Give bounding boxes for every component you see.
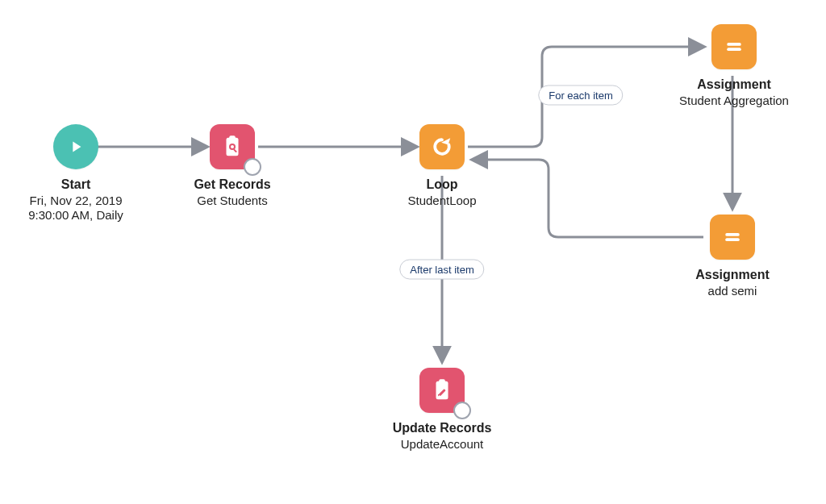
node-title: Assignment — [676, 268, 789, 282]
edge-label-text: After last item — [410, 264, 473, 276]
edge-label-for-each: For each item — [538, 85, 623, 106]
node-sub1: Get Students — [184, 194, 281, 207]
node-loop[interactable]: Loop StudentLoop — [394, 124, 490, 207]
svg-rect-9 — [436, 381, 448, 400]
node-assignment-1[interactable]: Assignment Student Aggregation — [661, 24, 807, 107]
node-update-records[interactable]: Update Records UpdateAccount — [378, 368, 507, 451]
node-sub1: StudentLoop — [394, 194, 490, 207]
node-icon-wrap — [419, 124, 465, 169]
svg-rect-8 — [725, 238, 740, 241]
node-title: Update Records — [378, 421, 507, 435]
node-start[interactable]: Start Fri, Nov 22, 2019 9:30:00 AM, Dail… — [11, 124, 140, 222]
equals-icon — [710, 215, 755, 260]
node-title: Start — [11, 177, 140, 192]
node-sub1: Student Aggregation — [661, 94, 807, 107]
node-sub2: 9:30:00 AM, Daily — [11, 208, 140, 222]
svg-rect-7 — [725, 233, 740, 236]
node-title: Assignment — [661, 77, 807, 92]
add-connector-dot[interactable] — [453, 402, 471, 419]
node-sub1: Fri, Nov 22, 2019 — [11, 194, 140, 207]
svg-point-3 — [231, 145, 234, 148]
svg-rect-10 — [439, 379, 445, 383]
svg-rect-6 — [727, 48, 741, 51]
node-icon-wrap — [710, 215, 755, 260]
node-title: Loop — [394, 177, 490, 192]
node-sub1: add semi — [676, 284, 789, 298]
node-icon-wrap — [419, 368, 465, 413]
node-sub1: UpdateAccount — [378, 437, 507, 451]
node-title: Get Records — [184, 177, 281, 192]
edge-assignment2-to-loop — [473, 160, 703, 237]
flow-canvas[interactable]: For each item After last item Start Fri,… — [0, 0, 826, 504]
equals-icon — [711, 24, 757, 69]
node-get-records[interactable]: Get Records Get Students — [184, 124, 281, 207]
edge-label-text: For each item — [549, 90, 612, 102]
svg-rect-5 — [727, 43, 741, 46]
node-icon-wrap — [711, 24, 757, 69]
node-icon-wrap — [210, 124, 255, 169]
edge-label-after-last: After last item — [399, 260, 484, 280]
play-icon — [53, 124, 98, 169]
node-icon-wrap — [53, 124, 98, 169]
node-assignment-2[interactable]: Assignment add semi — [676, 215, 789, 298]
add-connector-dot[interactable] — [244, 158, 261, 176]
refresh-icon — [419, 124, 465, 169]
svg-rect-1 — [229, 135, 236, 140]
